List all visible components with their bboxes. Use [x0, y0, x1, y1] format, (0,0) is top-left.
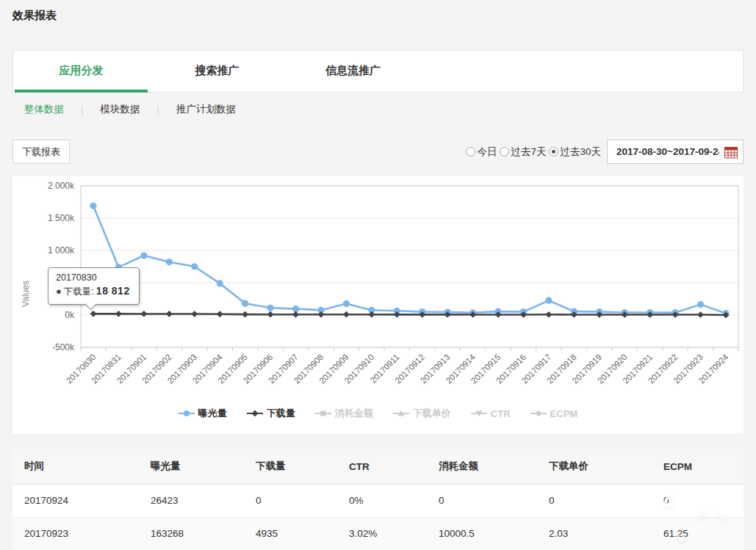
date-range-field[interactable]	[607, 140, 744, 164]
cell-downloads: 4935	[244, 517, 337, 550]
cell-ctr: 0%	[337, 484, 427, 517]
legend-item-unit-price[interactable]: 下载单价	[393, 407, 451, 420]
date-range-controls: 今日 过去7天 过去30天	[463, 140, 744, 164]
legend-label[interactable]: 下载单价	[413, 407, 451, 420]
col-header-ctr: CTR	[337, 449, 427, 484]
legend-item-exposure[interactable]: 曝光量	[179, 407, 227, 420]
legend-item-ctr[interactable]: CTR	[471, 407, 511, 420]
radio-past7days[interactable]: 过去7天	[500, 145, 546, 159]
col-header-ecpm: ECPM	[652, 449, 744, 484]
legend-label[interactable]: CTR	[491, 408, 511, 419]
svg-text:-500k: -500k	[52, 342, 75, 352]
cell-ctr: 3.02%	[337, 517, 427, 550]
cell-exposure: 26423	[139, 484, 244, 517]
legend-marker-triangle-icon	[393, 409, 409, 418]
svg-text:1 000k: 1 000k	[48, 245, 75, 256]
tooltip-value: 18 812	[96, 285, 130, 297]
radio-past7days-label[interactable]: 过去7天	[511, 145, 546, 159]
legend-item-ecpm[interactable]: ECPM	[530, 407, 578, 420]
legend-marker-square-icon	[315, 409, 331, 418]
subtab-bar: 整体数据 | 模块数据 | 推广计划数据	[24, 103, 236, 116]
subtab-separator: |	[81, 104, 84, 115]
radio-past30days-label[interactable]: 过去30天	[560, 145, 601, 159]
radio-circle-icon[interactable]	[500, 147, 509, 156]
calendar-icon[interactable]	[724, 146, 738, 162]
legend-marker-circle-icon	[179, 409, 195, 418]
tooltip-series-label: 下载量:	[64, 286, 94, 297]
legend-item-downloads[interactable]: 下载量	[247, 407, 295, 420]
data-table-panel: 时间 曝光量 下载量 CTR 消耗金额 下载单价 ECPM 20170924 2…	[12, 449, 744, 550]
date-range-input[interactable]	[608, 140, 719, 163]
col-header-downloads: 下载量	[244, 449, 337, 484]
radio-circle-icon[interactable]	[549, 147, 558, 156]
radio-circle-icon[interactable]	[466, 147, 475, 156]
radio-today[interactable]: 今日	[466, 145, 497, 159]
cell-exposure: 163268	[139, 517, 244, 550]
cell-downloads: 0	[244, 484, 337, 517]
table-header-row: 时间 曝光量 下载量 CTR 消耗金额 下载单价 ECPM	[12, 449, 744, 484]
svg-text:0k: 0k	[65, 310, 75, 320]
cell-spend: 10000.5	[427, 517, 537, 550]
tab-feed-promotion[interactable]: 信息流推广	[285, 51, 421, 92]
chart-legend: 曝光量 下载量 消耗金额 下载单价 CTR ECPM	[12, 407, 744, 420]
metrics-table: 时间 曝光量 下载量 CTR 消耗金额 下载单价 ECPM 20170924 2…	[12, 449, 744, 550]
legend-label[interactable]: 下载量	[267, 407, 295, 420]
col-header-unit-price: 下载单价	[537, 449, 652, 484]
col-header-spend: 消耗金额	[427, 449, 537, 484]
download-report-button[interactable]: 下载报表	[12, 140, 70, 164]
svg-text:Values: Values	[21, 281, 31, 307]
svg-text:1 500k: 1 500k	[48, 213, 75, 223]
range-radio-group: 今日 过去7天 过去30天	[463, 145, 601, 159]
legend-item-spend[interactable]: 消耗金额	[315, 407, 373, 420]
chart-panel: Values2 000k1 500k1 000k500k0k-500k20170…	[12, 176, 744, 433]
cell-unit-price: 0	[537, 484, 652, 517]
legend-marker-diamond-icon	[530, 409, 547, 418]
tooltip-date: 20170830	[56, 272, 130, 283]
cell-spend: 0	[427, 484, 537, 517]
cell-unit-price: 2.03	[537, 517, 652, 550]
cell-time: 20170924	[12, 484, 139, 517]
tooltip-row: ●下载量:18 812	[56, 285, 130, 298]
subtab-module-data[interactable]: 模块数据	[101, 103, 140, 116]
page-title: 效果报表	[12, 9, 57, 23]
tab-app-distribution[interactable]: 应用分发	[13, 51, 149, 92]
subtab-plan-data[interactable]: 推广计划数据	[176, 103, 236, 116]
radio-past30days[interactable]: 过去30天	[549, 145, 601, 159]
legend-marker-diamond-icon	[247, 409, 263, 418]
legend-label[interactable]: 曝光量	[198, 407, 227, 420]
chart-tooltip: 20170830 ●下载量:18 812	[48, 267, 140, 305]
col-header-time: 时间	[12, 449, 139, 484]
cell-ecpm: 61.25	[652, 517, 744, 550]
tab-bar: 应用分发 搜索推广 信息流推广	[12, 50, 744, 93]
subtab-separator: |	[157, 104, 160, 115]
radio-today-label[interactable]: 今日	[477, 145, 497, 159]
col-header-exposure: 曝光量	[139, 449, 244, 484]
legend-label[interactable]: ECPM	[550, 408, 578, 419]
table-row: 20170924 26423 0 0% 0 0 0	[12, 484, 744, 517]
svg-text:2 000k: 2 000k	[48, 181, 75, 191]
series-dot-icon: ●	[56, 286, 62, 297]
legend-label[interactable]: 消耗金额	[335, 407, 373, 420]
subtab-overall-data[interactable]: 整体数据	[24, 103, 64, 116]
cell-time: 20170923	[12, 517, 139, 550]
table-row: 20170923 163268 4935 3.02% 10000.5 2.03 …	[12, 517, 744, 550]
cell-ecpm: 0	[652, 484, 744, 517]
tab-search-promotion[interactable]: 搜索推广	[149, 51, 285, 92]
legend-marker-triangle-down-icon	[471, 409, 487, 418]
